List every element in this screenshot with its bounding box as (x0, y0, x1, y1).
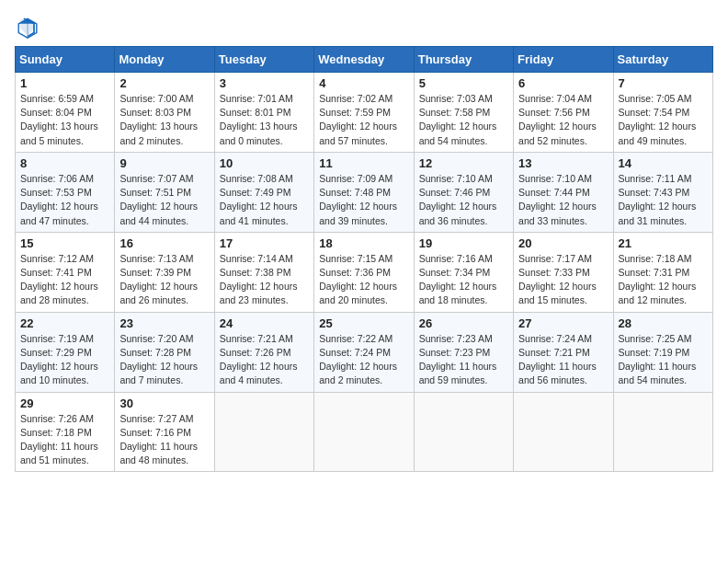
day-number: 9 (119, 156, 209, 170)
day-number: 20 (518, 236, 608, 250)
calendar-cell (613, 392, 712, 472)
calendar-cell (214, 392, 313, 472)
calendar-cell: 27Sunrise: 7:24 AM Sunset: 7:21 PM Dayli… (514, 312, 613, 392)
weekday-header-sunday: Sunday (16, 47, 115, 73)
weekday-header-saturday: Saturday (613, 47, 712, 73)
day-number: 26 (419, 316, 508, 330)
page-header (15, 15, 713, 40)
day-number: 28 (619, 316, 708, 330)
day-number: 29 (20, 396, 109, 410)
day-detail: Sunrise: 7:22 AM Sunset: 7:24 PM Dayligh… (319, 332, 408, 388)
day-detail: Sunrise: 6:59 AM Sunset: 8:04 PM Dayligh… (20, 92, 109, 148)
calendar-cell: 11Sunrise: 7:09 AM Sunset: 7:48 PM Dayli… (314, 152, 414, 232)
day-detail: Sunrise: 7:10 AM Sunset: 7:44 PM Dayligh… (518, 172, 608, 228)
day-number: 2 (119, 76, 209, 90)
day-detail: Sunrise: 7:00 AM Sunset: 8:03 PM Dayligh… (119, 92, 209, 148)
day-number: 12 (419, 156, 508, 170)
calendar-cell: 28Sunrise: 7:25 AM Sunset: 7:19 PM Dayli… (613, 312, 712, 392)
calendar-cell: 3Sunrise: 7:01 AM Sunset: 8:01 PM Daylig… (214, 73, 313, 153)
calendar-cell: 19Sunrise: 7:16 AM Sunset: 7:34 PM Dayli… (414, 232, 513, 312)
day-detail: Sunrise: 7:02 AM Sunset: 7:59 PM Dayligh… (319, 92, 408, 148)
logo-icon (15, 15, 40, 40)
calendar-cell: 15Sunrise: 7:12 AM Sunset: 7:41 PM Dayli… (16, 232, 115, 312)
day-detail: Sunrise: 7:11 AM Sunset: 7:43 PM Dayligh… (619, 172, 708, 228)
weekday-header-thursday: Thursday (414, 47, 513, 73)
calendar-cell: 4Sunrise: 7:02 AM Sunset: 7:59 PM Daylig… (314, 73, 414, 153)
day-number: 24 (220, 316, 309, 330)
day-number: 22 (20, 316, 109, 330)
day-detail: Sunrise: 7:07 AM Sunset: 7:51 PM Dayligh… (119, 172, 209, 228)
day-detail: Sunrise: 7:05 AM Sunset: 7:54 PM Dayligh… (619, 92, 708, 148)
day-detail: Sunrise: 7:12 AM Sunset: 7:41 PM Dayligh… (20, 252, 109, 308)
day-detail: Sunrise: 7:19 AM Sunset: 7:29 PM Dayligh… (20, 332, 109, 388)
calendar-cell: 17Sunrise: 7:14 AM Sunset: 7:38 PM Dayli… (214, 232, 313, 312)
day-detail: Sunrise: 7:15 AM Sunset: 7:36 PM Dayligh… (319, 252, 408, 308)
day-number: 7 (619, 76, 708, 90)
day-detail: Sunrise: 7:20 AM Sunset: 7:28 PM Dayligh… (119, 332, 209, 388)
calendar-cell: 20Sunrise: 7:17 AM Sunset: 7:33 PM Dayli… (514, 232, 613, 312)
day-number: 19 (419, 236, 508, 250)
day-detail: Sunrise: 7:23 AM Sunset: 7:23 PM Dayligh… (419, 332, 508, 388)
calendar-cell (314, 392, 414, 472)
day-detail: Sunrise: 7:26 AM Sunset: 7:18 PM Dayligh… (20, 412, 109, 468)
day-number: 10 (220, 156, 309, 170)
day-detail: Sunrise: 7:04 AM Sunset: 7:56 PM Dayligh… (518, 92, 608, 148)
calendar-cell: 29Sunrise: 7:26 AM Sunset: 7:18 PM Dayli… (16, 392, 115, 472)
day-detail: Sunrise: 7:03 AM Sunset: 7:58 PM Dayligh… (419, 92, 508, 148)
day-number: 4 (319, 76, 408, 90)
calendar-cell: 14Sunrise: 7:11 AM Sunset: 7:43 PM Dayli… (613, 152, 712, 232)
calendar-cell: 8Sunrise: 7:06 AM Sunset: 7:53 PM Daylig… (16, 152, 115, 232)
day-number: 11 (319, 156, 408, 170)
day-number: 23 (119, 316, 209, 330)
calendar-week-row: 29Sunrise: 7:26 AM Sunset: 7:18 PM Dayli… (16, 392, 713, 472)
day-detail: Sunrise: 7:09 AM Sunset: 7:48 PM Dayligh… (319, 172, 408, 228)
weekday-header-row: SundayMondayTuesdayWednesdayThursdayFrid… (16, 47, 713, 73)
day-detail: Sunrise: 7:27 AM Sunset: 7:16 PM Dayligh… (119, 412, 209, 468)
day-number: 3 (220, 76, 309, 90)
calendar-table: SundayMondayTuesdayWednesdayThursdayFrid… (15, 46, 713, 472)
calendar-cell: 1Sunrise: 6:59 AM Sunset: 8:04 PM Daylig… (16, 73, 115, 153)
calendar-cell: 26Sunrise: 7:23 AM Sunset: 7:23 PM Dayli… (414, 312, 513, 392)
day-detail: Sunrise: 7:14 AM Sunset: 7:38 PM Dayligh… (220, 252, 309, 308)
day-detail: Sunrise: 7:25 AM Sunset: 7:19 PM Dayligh… (619, 332, 708, 388)
day-number: 8 (20, 156, 109, 170)
day-detail: Sunrise: 7:13 AM Sunset: 7:39 PM Dayligh… (119, 252, 209, 308)
day-detail: Sunrise: 7:17 AM Sunset: 7:33 PM Dayligh… (518, 252, 608, 308)
day-number: 21 (619, 236, 708, 250)
day-number: 16 (119, 236, 209, 250)
calendar-cell: 23Sunrise: 7:20 AM Sunset: 7:28 PM Dayli… (115, 312, 214, 392)
day-number: 27 (518, 316, 608, 330)
day-number: 14 (619, 156, 708, 170)
calendar-cell: 6Sunrise: 7:04 AM Sunset: 7:56 PM Daylig… (514, 73, 613, 153)
day-number: 18 (319, 236, 408, 250)
calendar-week-row: 15Sunrise: 7:12 AM Sunset: 7:41 PM Dayli… (16, 232, 713, 312)
calendar-cell: 21Sunrise: 7:18 AM Sunset: 7:31 PM Dayli… (613, 232, 712, 312)
calendar-cell: 24Sunrise: 7:21 AM Sunset: 7:26 PM Dayli… (214, 312, 313, 392)
calendar-cell (514, 392, 613, 472)
calendar-cell (414, 392, 513, 472)
calendar-cell: 22Sunrise: 7:19 AM Sunset: 7:29 PM Dayli… (16, 312, 115, 392)
day-detail: Sunrise: 7:06 AM Sunset: 7:53 PM Dayligh… (20, 172, 109, 228)
calendar-cell: 30Sunrise: 7:27 AM Sunset: 7:16 PM Dayli… (115, 392, 214, 472)
day-number: 5 (419, 76, 508, 90)
calendar-cell: 25Sunrise: 7:22 AM Sunset: 7:24 PM Dayli… (314, 312, 414, 392)
day-detail: Sunrise: 7:16 AM Sunset: 7:34 PM Dayligh… (419, 252, 508, 308)
day-detail: Sunrise: 7:01 AM Sunset: 8:01 PM Dayligh… (220, 92, 309, 148)
day-detail: Sunrise: 7:08 AM Sunset: 7:49 PM Dayligh… (220, 172, 309, 228)
calendar-cell: 5Sunrise: 7:03 AM Sunset: 7:58 PM Daylig… (414, 73, 513, 153)
day-number: 17 (220, 236, 309, 250)
calendar-cell: 16Sunrise: 7:13 AM Sunset: 7:39 PM Dayli… (115, 232, 214, 312)
calendar-cell: 10Sunrise: 7:08 AM Sunset: 7:49 PM Dayli… (214, 152, 313, 232)
weekday-header-tuesday: Tuesday (214, 47, 313, 73)
day-number: 1 (20, 76, 109, 90)
calendar-cell: 13Sunrise: 7:10 AM Sunset: 7:44 PM Dayli… (514, 152, 613, 232)
day-detail: Sunrise: 7:24 AM Sunset: 7:21 PM Dayligh… (518, 332, 608, 388)
day-number: 6 (518, 76, 608, 90)
calendar-cell: 12Sunrise: 7:10 AM Sunset: 7:46 PM Dayli… (414, 152, 513, 232)
day-number: 13 (518, 156, 608, 170)
weekday-header-friday: Friday (514, 47, 613, 73)
calendar-cell: 9Sunrise: 7:07 AM Sunset: 7:51 PM Daylig… (115, 152, 214, 232)
day-number: 25 (319, 316, 408, 330)
calendar-week-row: 22Sunrise: 7:19 AM Sunset: 7:29 PM Dayli… (16, 312, 713, 392)
calendar-week-row: 1Sunrise: 6:59 AM Sunset: 8:04 PM Daylig… (16, 73, 713, 153)
